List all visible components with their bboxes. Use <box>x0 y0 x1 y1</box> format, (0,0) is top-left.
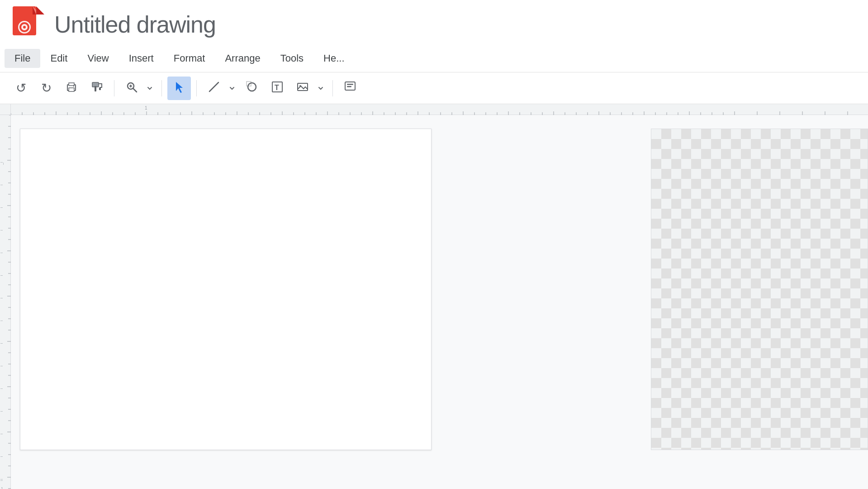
svg-rect-10 <box>69 88 74 91</box>
undo-button[interactable]: ↺ <box>9 77 33 100</box>
svg-text:–: – <box>0 478 3 483</box>
insert-comment-button[interactable] <box>338 77 362 100</box>
zoom-group <box>120 77 156 100</box>
svg-rect-25 <box>298 83 308 91</box>
text-button[interactable]: T <box>266 77 289 100</box>
zoom-icon <box>125 80 138 96</box>
svg-text:–: – <box>0 409 3 413</box>
rulers-wrapper: 1 <box>0 104 868 489</box>
ruler-horizontal: 1 <box>11 104 868 115</box>
svg-text:–: – <box>0 454 3 459</box>
svg-text:–: – <box>0 250 3 255</box>
toolbar: ↺ ↻ <box>0 72 868 104</box>
svg-line-20 <box>209 82 218 91</box>
app-logo <box>9 6 45 43</box>
zoom-dropdown[interactable] <box>143 77 156 100</box>
svg-text:–: – <box>0 386 3 391</box>
menu-item-help[interactable]: He... <box>313 49 354 68</box>
menu-item-format[interactable]: Format <box>164 49 215 68</box>
document-title[interactable]: Untitled drawing <box>54 13 216 36</box>
drawing-area[interactable] <box>11 115 868 489</box>
svg-text:–: – <box>0 431 3 436</box>
ruler-vertical: – – – – – – – – – – – – – – – – <box>0 115 11 489</box>
line-button[interactable] <box>202 77 226 100</box>
svg-text:–: – <box>0 341 3 345</box>
menu-item-edit[interactable]: Edit <box>40 49 77 68</box>
line-icon <box>207 80 221 96</box>
svg-point-21 <box>248 83 256 91</box>
menu-item-tools[interactable]: Tools <box>270 49 313 68</box>
svg-point-7 <box>23 26 26 29</box>
redo-icon: ↻ <box>41 81 52 96</box>
text-icon: T <box>270 80 284 96</box>
header: Untitled drawing File Edit View Insert F… <box>0 0 868 72</box>
svg-text:–: – <box>0 273 3 278</box>
cursor-icon <box>172 80 186 96</box>
svg-rect-13 <box>95 86 96 91</box>
title-bar: Untitled drawing <box>0 0 868 45</box>
menu-item-file[interactable]: File <box>5 49 40 68</box>
svg-rect-29 <box>347 86 351 87</box>
divider-3 <box>196 80 197 96</box>
zoom-button[interactable] <box>120 77 143 100</box>
svg-text:–: – <box>0 296 3 300</box>
line-group <box>202 77 238 100</box>
line-dropdown[interactable] <box>226 77 238 100</box>
svg-marker-1 <box>36 6 44 14</box>
divider-2 <box>161 80 162 96</box>
svg-text:–: – <box>0 182 3 187</box>
undo-icon: ↺ <box>16 81 26 96</box>
comment-icon <box>343 80 357 96</box>
image-dropdown[interactable] <box>314 77 327 100</box>
paint-format-icon <box>90 80 104 96</box>
svg-point-11 <box>73 85 74 86</box>
image-button[interactable] <box>291 77 314 100</box>
svg-text:1: 1 <box>1 486 3 489</box>
shape-icon <box>245 80 259 96</box>
svg-text:–: – <box>0 364 3 368</box>
image-icon <box>296 80 309 96</box>
menu-bar: File Edit View Insert Format Arrange Too… <box>0 45 868 72</box>
svg-text:–: – <box>0 228 3 232</box>
image-group <box>291 77 327 100</box>
svg-text:–: – <box>0 318 3 323</box>
ruler-corner <box>0 104 11 115</box>
select-button[interactable] <box>167 77 191 100</box>
transparent-area <box>651 129 868 450</box>
svg-text:–: – <box>0 205 3 210</box>
ruler-top-row: 1 <box>0 104 868 115</box>
menu-item-insert[interactable]: Insert <box>119 49 164 68</box>
shape-button[interactable] <box>240 77 264 100</box>
content-row: – – – – – – – – – – – – – – – – <box>0 115 868 489</box>
paint-format-button[interactable] <box>85 77 109 100</box>
menu-item-view[interactable]: View <box>77 49 119 68</box>
print-button[interactable] <box>60 77 83 100</box>
divider-1 <box>114 80 114 96</box>
svg-text:–: – <box>0 160 3 164</box>
svg-marker-19 <box>176 82 183 93</box>
print-icon <box>65 80 78 96</box>
canvas-area: 1 <box>0 104 868 489</box>
svg-text:1: 1 <box>145 105 147 110</box>
menu-item-arrange[interactable]: Arrange <box>215 49 270 68</box>
svg-rect-28 <box>347 84 353 85</box>
divider-4 <box>332 80 333 96</box>
white-canvas[interactable] <box>20 129 432 450</box>
svg-text:T: T <box>275 84 279 91</box>
svg-line-16 <box>133 88 137 92</box>
redo-button[interactable]: ↻ <box>34 77 58 100</box>
svg-rect-14 <box>99 87 101 90</box>
svg-rect-9 <box>69 83 74 86</box>
